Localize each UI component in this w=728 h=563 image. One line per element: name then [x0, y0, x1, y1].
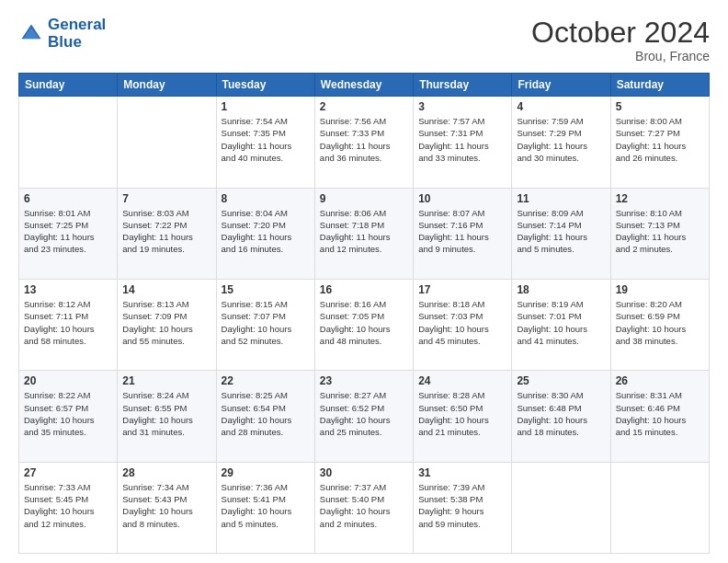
table-row: 13Sunrise: 8:12 AM Sunset: 7:11 PM Dayli… [19, 279, 118, 370]
title-section: October 2024 Brou, France [531, 17, 710, 63]
day-number: 11 [517, 192, 605, 205]
day-number: 9 [320, 192, 408, 205]
day-number: 28 [122, 466, 210, 479]
day-info: Sunrise: 7:57 AM Sunset: 7:31 PM Dayligh… [418, 115, 506, 164]
table-row: 18Sunrise: 8:19 AM Sunset: 7:01 PM Dayli… [512, 279, 610, 370]
calendar-week-1: 1Sunrise: 7:54 AM Sunset: 7:35 PM Daylig… [19, 97, 710, 188]
day-number: 20 [24, 374, 112, 387]
calendar-table: Sunday Monday Tuesday Wednesday Thursday… [18, 73, 710, 554]
day-info: Sunrise: 7:37 AM Sunset: 5:40 PM Dayligh… [320, 481, 408, 530]
table-row: 9Sunrise: 8:06 AM Sunset: 7:18 PM Daylig… [314, 188, 413, 279]
table-row: 16Sunrise: 8:16 AM Sunset: 7:05 PM Dayli… [314, 279, 413, 370]
day-number: 22 [222, 374, 310, 387]
day-info: Sunrise: 8:25 AM Sunset: 6:54 PM Dayligh… [222, 389, 310, 438]
table-row: 31Sunrise: 7:39 AM Sunset: 5:38 PM Dayli… [414, 462, 512, 553]
day-info: Sunrise: 8:20 AM Sunset: 6:59 PM Dayligh… [616, 298, 704, 347]
day-info: Sunrise: 8:04 AM Sunset: 7:20 PM Dayligh… [222, 207, 310, 256]
header: General Blue October 2024 Brou, France [18, 17, 710, 63]
day-number: 19 [616, 283, 704, 296]
day-info: Sunrise: 8:13 AM Sunset: 7:09 PM Dayligh… [122, 298, 210, 347]
day-info: Sunrise: 8:24 AM Sunset: 6:55 PM Dayligh… [122, 389, 210, 438]
table-row [118, 97, 216, 188]
table-row: 22Sunrise: 8:25 AM Sunset: 6:54 PM Dayli… [216, 371, 314, 462]
day-info: Sunrise: 7:59 AM Sunset: 7:29 PM Dayligh… [517, 115, 605, 164]
col-thursday: Thursday [414, 74, 512, 97]
day-number: 24 [418, 374, 506, 387]
table-row: 12Sunrise: 8:10 AM Sunset: 7:13 PM Dayli… [610, 188, 709, 279]
table-row: 27Sunrise: 7:33 AM Sunset: 5:45 PM Dayli… [19, 462, 118, 553]
day-number: 7 [122, 192, 210, 205]
day-info: Sunrise: 8:19 AM Sunset: 7:01 PM Dayligh… [517, 298, 605, 347]
table-row [610, 462, 709, 553]
page: General Blue October 2024 Brou, France S… [0, 0, 728, 563]
table-row: 21Sunrise: 8:24 AM Sunset: 6:55 PM Dayli… [118, 371, 216, 462]
day-info: Sunrise: 8:06 AM Sunset: 7:18 PM Dayligh… [320, 207, 408, 256]
table-row: 30Sunrise: 7:37 AM Sunset: 5:40 PM Dayli… [314, 462, 413, 553]
table-row [19, 97, 118, 188]
logo-icon [18, 21, 44, 47]
logo-text: General Blue [48, 17, 106, 51]
location: Brou, France [531, 49, 710, 63]
logo: General Blue [18, 17, 106, 51]
day-info: Sunrise: 8:12 AM Sunset: 7:11 PM Dayligh… [24, 298, 112, 347]
calendar-week-2: 6Sunrise: 8:01 AM Sunset: 7:25 PM Daylig… [19, 188, 710, 279]
day-number: 30 [320, 466, 408, 479]
day-info: Sunrise: 8:18 AM Sunset: 7:03 PM Dayligh… [418, 298, 506, 347]
day-number: 18 [517, 283, 605, 296]
table-row: 7Sunrise: 8:03 AM Sunset: 7:22 PM Daylig… [118, 188, 216, 279]
table-row: 25Sunrise: 8:30 AM Sunset: 6:48 PM Dayli… [512, 371, 610, 462]
table-row: 29Sunrise: 7:36 AM Sunset: 5:41 PM Dayli… [216, 462, 314, 553]
col-wednesday: Wednesday [314, 74, 413, 97]
day-number: 5 [616, 100, 704, 113]
col-sunday: Sunday [19, 74, 118, 97]
month-title: October 2024 [531, 17, 710, 49]
day-number: 23 [320, 374, 408, 387]
table-row: 11Sunrise: 8:09 AM Sunset: 7:14 PM Dayli… [512, 188, 610, 279]
day-number: 13 [24, 283, 112, 296]
day-info: Sunrise: 8:09 AM Sunset: 7:14 PM Dayligh… [517, 207, 605, 256]
day-number: 26 [616, 374, 704, 387]
day-number: 16 [320, 283, 408, 296]
day-info: Sunrise: 8:03 AM Sunset: 7:22 PM Dayligh… [122, 207, 210, 256]
day-number: 17 [418, 283, 506, 296]
calendar-week-5: 27Sunrise: 7:33 AM Sunset: 5:45 PM Dayli… [19, 462, 710, 553]
day-number: 2 [320, 100, 408, 113]
day-number: 1 [222, 100, 310, 113]
day-info: Sunrise: 8:22 AM Sunset: 6:57 PM Dayligh… [24, 389, 112, 438]
table-row: 1Sunrise: 7:54 AM Sunset: 7:35 PM Daylig… [216, 97, 314, 188]
day-info: Sunrise: 8:28 AM Sunset: 6:50 PM Dayligh… [418, 389, 506, 438]
day-info: Sunrise: 8:00 AM Sunset: 7:27 PM Dayligh… [616, 115, 704, 164]
day-number: 10 [418, 192, 506, 205]
table-row: 23Sunrise: 8:27 AM Sunset: 6:52 PM Dayli… [314, 371, 413, 462]
calendar-week-4: 20Sunrise: 8:22 AM Sunset: 6:57 PM Dayli… [19, 371, 710, 462]
day-info: Sunrise: 7:39 AM Sunset: 5:38 PM Dayligh… [418, 481, 506, 530]
table-row: 5Sunrise: 8:00 AM Sunset: 7:27 PM Daylig… [610, 97, 709, 188]
table-row: 20Sunrise: 8:22 AM Sunset: 6:57 PM Dayli… [19, 371, 118, 462]
day-info: Sunrise: 8:01 AM Sunset: 7:25 PM Dayligh… [24, 207, 112, 256]
day-number: 15 [222, 283, 310, 296]
day-number: 14 [122, 283, 210, 296]
table-row: 28Sunrise: 7:34 AM Sunset: 5:43 PM Dayli… [118, 462, 216, 553]
table-row: 2Sunrise: 7:56 AM Sunset: 7:33 PM Daylig… [314, 97, 413, 188]
day-number: 27 [24, 466, 112, 479]
day-info: Sunrise: 7:54 AM Sunset: 7:35 PM Dayligh… [222, 115, 310, 164]
col-monday: Monday [118, 74, 216, 97]
table-row: 26Sunrise: 8:31 AM Sunset: 6:46 PM Dayli… [610, 371, 709, 462]
day-info: Sunrise: 8:15 AM Sunset: 7:07 PM Dayligh… [222, 298, 310, 347]
day-info: Sunrise: 8:10 AM Sunset: 7:13 PM Dayligh… [616, 207, 704, 256]
table-row: 10Sunrise: 8:07 AM Sunset: 7:16 PM Dayli… [414, 188, 512, 279]
day-info: Sunrise: 7:34 AM Sunset: 5:43 PM Dayligh… [122, 481, 210, 530]
table-row: 17Sunrise: 8:18 AM Sunset: 7:03 PM Dayli… [414, 279, 512, 370]
table-row: 14Sunrise: 8:13 AM Sunset: 7:09 PM Dayli… [118, 279, 216, 370]
day-number: 4 [517, 100, 605, 113]
table-row: 3Sunrise: 7:57 AM Sunset: 7:31 PM Daylig… [414, 97, 512, 188]
table-row: 19Sunrise: 8:20 AM Sunset: 6:59 PM Dayli… [610, 279, 709, 370]
day-info: Sunrise: 7:33 AM Sunset: 5:45 PM Dayligh… [24, 481, 112, 530]
table-row: 6Sunrise: 8:01 AM Sunset: 7:25 PM Daylig… [19, 188, 118, 279]
calendar-header-row: Sunday Monday Tuesday Wednesday Thursday… [19, 74, 710, 97]
day-number: 3 [418, 100, 506, 113]
day-number: 21 [122, 374, 210, 387]
day-number: 31 [418, 466, 506, 479]
day-number: 25 [517, 374, 605, 387]
table-row: 8Sunrise: 8:04 AM Sunset: 7:20 PM Daylig… [216, 188, 314, 279]
